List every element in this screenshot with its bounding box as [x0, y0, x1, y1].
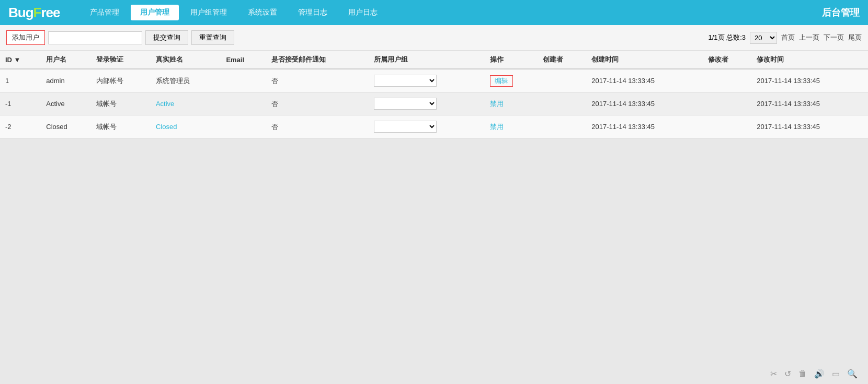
col-modify-time: 修改时间 — [751, 51, 868, 69]
cell-id: 1 — [0, 69, 41, 92]
delete-icon[interactable]: 🗑 — [798, 369, 807, 379]
cell-auth: 域帐号 — [91, 115, 151, 138]
cell-modify-time: 2017-11-14 13:33:45 — [751, 69, 868, 92]
table-row: 1 admin 内部帐号 系统管理员 否 编辑 2017-11-14 13:33… — [0, 69, 868, 92]
cell-email — [221, 92, 266, 115]
col-email: Email — [221, 51, 266, 69]
cell-auth: 内部帐号 — [91, 69, 151, 92]
col-action: 操作 — [485, 51, 538, 69]
first-page-link[interactable]: 首页 — [781, 33, 795, 42]
cell-modifier — [703, 92, 751, 115]
cell-username: admin — [41, 69, 91, 92]
nav-item-userlog[interactable]: 用户日志 — [339, 5, 387, 20]
cell-id: -2 — [0, 115, 41, 138]
cell-mail-notify: 否 — [266, 69, 369, 92]
cell-modifier — [703, 115, 751, 138]
window-icon[interactable]: ▭ — [832, 369, 840, 379]
cell-realname: Closed — [151, 115, 221, 138]
cell-realname: Active — [151, 92, 221, 115]
col-realname: 真实姓名 — [151, 51, 221, 69]
header: BugFree 产品管理 用户管理 用户组管理 系统设置 管理日志 用户日志 后… — [0, 0, 868, 25]
cell-create-time: 2017-11-14 13:33:45 — [586, 115, 703, 138]
group-select[interactable] — [374, 98, 437, 110]
search-icon[interactable]: 🔍 — [847, 369, 858, 379]
cell-modifier — [703, 69, 751, 92]
nav-item-usergroup[interactable]: 用户组管理 — [181, 5, 236, 20]
user-table: ID ▼ 用户名 登录验证 真实姓名 Email 是否接受邮件通知 所属用户组 … — [0, 51, 868, 138]
last-page-link[interactable]: 尾页 — [848, 33, 862, 42]
cell-username: Closed — [41, 115, 91, 138]
cell-mail-notify: 否 — [266, 92, 369, 115]
nav-item-product[interactable]: 产品管理 — [81, 5, 129, 20]
group-select[interactable] — [374, 121, 437, 133]
main-nav: 产品管理 用户管理 用户组管理 系统设置 管理日志 用户日志 — [81, 5, 822, 20]
submit-query-button[interactable]: 提交查询 — [145, 30, 188, 45]
cell-id: -1 — [0, 92, 41, 115]
col-username: 用户名 — [41, 51, 91, 69]
cell-modify-time: 2017-11-14 13:33:45 — [751, 115, 868, 138]
next-page-link[interactable]: 下一页 — [824, 33, 844, 42]
col-group: 所属用户组 — [369, 51, 485, 69]
nav-item-adminlog[interactable]: 管理日志 — [289, 5, 337, 20]
logo: BugFree — [8, 5, 60, 21]
cell-group[interactable] — [369, 69, 485, 92]
reset-query-button[interactable]: 重置查询 — [191, 30, 234, 45]
table-row: -1 Active 域帐号 Active 否 禁用 2017-11-14 13:… — [0, 92, 868, 115]
cell-mail-notify: 否 — [266, 115, 369, 138]
cell-email — [221, 115, 266, 138]
action-cell: 禁用 — [485, 115, 538, 138]
col-auth: 登录验证 — [91, 51, 151, 69]
prev-page-link[interactable]: 上一页 — [799, 33, 819, 42]
cell-group[interactable] — [369, 92, 485, 115]
cell-email — [221, 69, 266, 92]
cell-auth: 域帐号 — [91, 92, 151, 115]
cell-creator — [538, 69, 586, 92]
sound-icon[interactable]: 🔊 — [814, 369, 825, 379]
pagination-info: 1/1页 总数:3 — [708, 33, 746, 42]
action-cell: 禁用 — [485, 92, 538, 115]
scissors-icon[interactable]: ✂ — [770, 369, 777, 379]
col-modifier: 修改者 — [703, 51, 751, 69]
nav-item-user[interactable]: 用户管理 — [131, 5, 179, 20]
edit-link[interactable]: 编辑 — [490, 75, 513, 87]
cell-username: Active — [41, 92, 91, 115]
cell-group[interactable] — [369, 115, 485, 138]
table-header-row: ID ▼ 用户名 登录验证 真实姓名 Email 是否接受邮件通知 所属用户组 … — [0, 51, 868, 69]
search-input[interactable] — [48, 31, 142, 44]
cell-create-time: 2017-11-14 13:33:45 — [586, 69, 703, 92]
add-user-button[interactable]: 添加用户 — [6, 30, 45, 45]
page-title: 后台管理 — [822, 6, 860, 19]
cell-create-time: 2017-11-14 13:33:45 — [586, 92, 703, 115]
disable-link[interactable]: 禁用 — [490, 123, 504, 131]
table-row: -2 Closed 域帐号 Closed 否 禁用 2017-11-14 13:… — [0, 115, 868, 138]
logo-leaf: F — [33, 5, 41, 20]
refresh-icon[interactable]: ↺ — [784, 369, 791, 379]
cell-realname: 系统管理员 — [151, 69, 221, 92]
footer-icons: ✂ ↺ 🗑 🔊 ▭ 🔍 — [770, 369, 858, 379]
nav-item-settings[interactable]: 系统设置 — [238, 5, 287, 20]
toolbar: 添加用户 提交查询 重置查询 1/1页 总数:3 20 50 100 首页 上一… — [0, 25, 868, 51]
col-creator: 创建者 — [538, 51, 586, 69]
col-mail-notify: 是否接受邮件通知 — [266, 51, 369, 69]
pagination: 1/1页 总数:3 20 50 100 首页 上一页 下一页 尾页 — [708, 32, 862, 44]
disable-link[interactable]: 禁用 — [490, 100, 504, 108]
cell-modify-time: 2017-11-14 13:33:45 — [751, 92, 868, 115]
cell-creator — [538, 92, 586, 115]
col-id[interactable]: ID ▼ — [0, 51, 41, 69]
cell-creator — [538, 115, 586, 138]
col-create-time: 创建时间 — [586, 51, 703, 69]
page-size-select[interactable]: 20 50 100 — [750, 32, 777, 44]
user-table-container: ID ▼ 用户名 登录验证 真实姓名 Email 是否接受邮件通知 所属用户组 … — [0, 51, 868, 138]
action-cell: 编辑 — [485, 69, 538, 92]
group-select[interactable] — [374, 75, 437, 87]
